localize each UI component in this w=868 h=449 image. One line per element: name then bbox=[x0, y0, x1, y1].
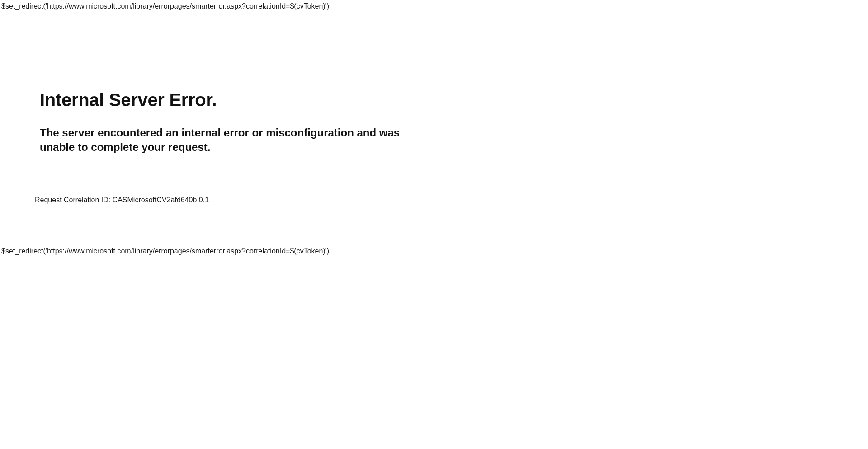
error-heading: Internal Server Error. bbox=[40, 89, 443, 111]
correlation-id-label: Request Correlation ID: CASMicrosoftCV2a… bbox=[35, 195, 443, 205]
error-content: Internal Server Error. The server encoun… bbox=[0, 89, 443, 206]
raw-redirect-line-bottom: $set_redirect('https://www.microsoft.com… bbox=[0, 245, 868, 257]
error-subheading: The server encountered an internal error… bbox=[40, 126, 438, 155]
raw-redirect-line-top: $set_redirect('https://www.microsoft.com… bbox=[0, 0, 868, 13]
